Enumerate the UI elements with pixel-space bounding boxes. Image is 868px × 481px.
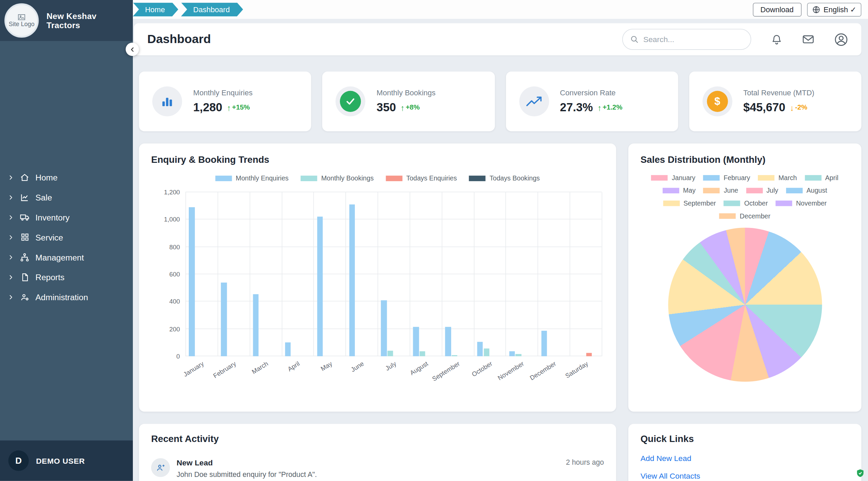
legend-item[interactable]: March — [758, 174, 797, 182]
bar-monthly-enquiries-august — [413, 327, 419, 357]
bar-monthly-enquiries-february — [221, 283, 227, 357]
legend-swatch — [301, 176, 317, 181]
trends-chart-card: Enquiry & Booking Trends Monthly Enquiri… — [139, 143, 616, 412]
breadcrumb-home[interactable]: Home — [133, 2, 178, 16]
trend-indicator: -2% — [790, 103, 807, 112]
legend-swatch — [215, 176, 232, 181]
sidebar-item-reports[interactable]: Reports — [0, 267, 133, 287]
legend-item[interactable]: May — [663, 187, 695, 194]
legend-item[interactable]: April — [805, 174, 839, 182]
breadcrumb-dashboard[interactable]: Dashboard — [181, 2, 243, 16]
sidebar-item-inventory[interactable]: Inventory — [0, 207, 133, 227]
bar-monthly-enquiries-january — [189, 207, 195, 356]
legend-item[interactable]: Monthly Bookings — [301, 174, 374, 182]
user-admin-icon — [19, 292, 30, 302]
shield-overlay-icon[interactable] — [856, 469, 864, 478]
trend-up-icon — [227, 103, 231, 112]
bottom-row: Recent Activity New Lead John Doe submit… — [139, 424, 861, 481]
bar-monthly-bookings-august — [420, 351, 425, 356]
legend-swatch — [651, 175, 668, 180]
legend-item[interactable]: November — [775, 199, 827, 207]
trend-up-icon — [400, 103, 404, 112]
stat-change: -2% — [795, 103, 807, 111]
language-select[interactable]: English ✓ — [807, 2, 862, 16]
legend-item[interactable]: July — [746, 187, 778, 194]
sidebar: Site Logo New Keshav Tractors Home Sale … — [0, 0, 133, 481]
legend-swatch — [786, 188, 803, 193]
sidebar-item-service[interactable]: Service — [0, 227, 133, 247]
legend-swatch — [703, 175, 720, 180]
view-all-contacts-link[interactable]: View All Contacts — [641, 472, 849, 480]
bell-icon — [771, 34, 782, 45]
sidebar-item-label: Reports — [36, 272, 65, 282]
stats-row: Monthly Enquiries 1,280 +15% Monthly Boo… — [139, 72, 861, 131]
bar-chart: 02004006008001,0001,200JanuaryFebruaryMa… — [151, 189, 604, 384]
legend-item[interactable]: Todays Enquiries — [386, 174, 457, 182]
globe-icon — [812, 5, 820, 14]
topbar-right: Download English ✓ — [753, 2, 862, 16]
page-header: Dashboard — [134, 23, 861, 56]
bar-monthly-bookings-november — [516, 354, 521, 356]
sidebar-item-management[interactable]: Management — [0, 247, 133, 267]
activity-title: New Lead — [177, 458, 317, 467]
sidebar-header: Site Logo New Keshav Tractors — [0, 0, 133, 41]
messages-button[interactable] — [802, 34, 814, 44]
bar-monthly-enquiries-november — [509, 351, 515, 356]
quick-links-card: Quick Links Add New Lead View All Contac… — [628, 424, 862, 481]
notifications-button[interactable] — [771, 34, 782, 45]
trending-up-icon — [519, 86, 549, 116]
truck-icon — [19, 212, 30, 222]
y-axis-tick: 400 — [169, 298, 180, 305]
chevron-right-icon — [8, 274, 14, 280]
legend-item[interactable]: June — [703, 187, 738, 194]
legend-item[interactable]: Monthly Enquiries — [215, 174, 288, 182]
recent-activity-card: Recent Activity New Lead John Doe submit… — [139, 424, 616, 481]
stat-label: Monthly Bookings — [377, 89, 436, 97]
sidebar-user[interactable]: D DEMO USER — [0, 440, 133, 481]
stat-label: Conversion Rate — [560, 89, 622, 97]
profile-button[interactable] — [834, 33, 848, 46]
chevron-right-icon — [8, 294, 14, 300]
stat-card-monthly-bookings: Monthly Bookings 350 +8% — [322, 72, 494, 131]
sidebar-item-administration[interactable]: Administration — [0, 287, 133, 307]
home-icon — [19, 173, 30, 182]
stat-card-total-revenue: Total Revenue (MTD) $45,670 -2% — [689, 72, 861, 131]
bar-monthly-enquiries-july — [381, 300, 387, 356]
legend-item[interactable]: October — [724, 199, 768, 207]
sidebar-item-label: Administration — [36, 292, 88, 302]
legend-item[interactable]: Todays Bookings — [469, 174, 540, 182]
add-new-lead-link[interactable]: Add New Lead — [641, 454, 849, 463]
sidebar-nav: Home Sale Inventory Service Management — [0, 167, 133, 307]
search-input[interactable] — [643, 35, 744, 44]
breadcrumb: Home Dashboard — [133, 2, 243, 16]
sidebar-item-sale[interactable]: Sale — [0, 187, 133, 207]
dollar-circle-icon — [707, 91, 728, 112]
trends-chart-title: Enquiry & Booking Trends — [151, 155, 604, 166]
trend-down-icon — [790, 103, 794, 112]
site-logo: Site Logo — [4, 3, 39, 38]
search-icon — [630, 35, 639, 44]
bar-monthly-enquiries-june — [349, 205, 355, 356]
trend-indicator: +15% — [227, 103, 250, 112]
sidebar-item-label: Management — [36, 252, 84, 262]
bar-monthly-enquiries-march — [253, 294, 259, 356]
stat-change: +8% — [406, 103, 420, 111]
activity-description: John Doe submitted enquiry for "Product … — [177, 470, 317, 479]
legend-swatch — [719, 213, 736, 219]
legend-item[interactable]: February — [703, 174, 750, 182]
app-window: Site Logo New Keshav Tractors Home Sale … — [0, 0, 868, 481]
sidebar-item-label: Inventory — [36, 212, 70, 222]
y-axis-tick: 1,000 — [164, 216, 180, 223]
legend-item[interactable]: September — [663, 199, 716, 207]
sidebar-item-label: Sale — [36, 193, 52, 202]
sidebar-item-home[interactable]: Home — [0, 167, 133, 187]
legend-swatch — [663, 200, 680, 206]
legend-item[interactable]: January — [651, 174, 695, 182]
bar-monthly-enquiries-september — [445, 327, 451, 357]
legend-item[interactable]: August — [786, 187, 827, 194]
download-button[interactable]: Download — [753, 2, 802, 16]
sidebar-collapse-button[interactable] — [126, 43, 139, 56]
chevron-left-icon — [129, 46, 136, 53]
legend-item[interactable]: December — [719, 212, 770, 220]
legend-swatch — [386, 176, 402, 181]
